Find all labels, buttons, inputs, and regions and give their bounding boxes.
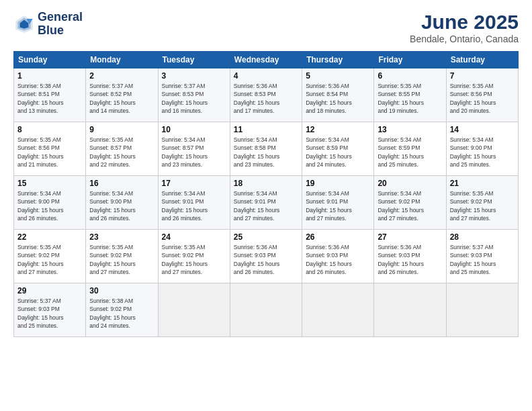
day-info: Sunrise: 5:36 AM Sunset: 9:03 PM Dayligh… bbox=[306, 243, 370, 276]
day-info: Sunrise: 5:34 AM Sunset: 8:57 PM Dayligh… bbox=[162, 136, 226, 169]
day-info: Sunrise: 5:36 AM Sunset: 9:03 PM Dayligh… bbox=[234, 243, 298, 276]
calendar-cell: 28Sunrise: 5:37 AM Sunset: 9:03 PM Dayli… bbox=[446, 230, 518, 283]
day-number: 15 bbox=[17, 179, 82, 188]
calendar-cell: 5Sunrise: 5:36 AM Sunset: 8:54 PM Daylig… bbox=[302, 68, 374, 122]
day-number: 5 bbox=[306, 71, 370, 81]
calendar-cell: 9Sunrise: 5:35 AM Sunset: 8:57 PM Daylig… bbox=[86, 122, 158, 176]
weekday-header-thursday: Thursday bbox=[302, 52, 374, 68]
day-info: Sunrise: 5:34 AM Sunset: 9:01 PM Dayligh… bbox=[234, 189, 298, 222]
calendar-body: 1Sunrise: 5:38 AM Sunset: 8:51 PM Daylig… bbox=[14, 68, 519, 337]
logo-line1: General bbox=[38, 11, 83, 24]
day-info: Sunrise: 5:38 AM Sunset: 8:51 PM Dayligh… bbox=[17, 82, 82, 115]
day-number: 26 bbox=[306, 232, 370, 242]
header: General Blue June 2025 Bendale, Ontario,… bbox=[13, 11, 519, 44]
calendar-cell: 27Sunrise: 5:36 AM Sunset: 9:03 PM Dayli… bbox=[374, 230, 446, 283]
day-number: 22 bbox=[17, 232, 82, 242]
day-number: 12 bbox=[306, 125, 370, 134]
calendar-header: SundayMondayTuesdayWednesdayThursdayFrid… bbox=[14, 52, 519, 68]
day-number: 14 bbox=[450, 125, 515, 134]
day-number: 10 bbox=[162, 125, 226, 134]
calendar-cell: 3Sunrise: 5:37 AM Sunset: 8:53 PM Daylig… bbox=[158, 68, 230, 122]
day-number: 3 bbox=[162, 71, 226, 81]
calendar-cell: 15Sunrise: 5:34 AM Sunset: 9:00 PM Dayli… bbox=[14, 176, 86, 230]
day-number: 2 bbox=[89, 71, 154, 81]
day-number: 27 bbox=[378, 232, 442, 242]
day-info: Sunrise: 5:34 AM Sunset: 8:59 PM Dayligh… bbox=[378, 136, 442, 169]
logo-icon bbox=[13, 13, 35, 35]
day-number: 17 bbox=[162, 179, 226, 188]
calendar-cell: 12Sunrise: 5:34 AM Sunset: 8:59 PM Dayli… bbox=[302, 122, 374, 176]
calendar-cell: 10Sunrise: 5:34 AM Sunset: 8:57 PM Dayli… bbox=[158, 122, 230, 176]
calendar-cell: 13Sunrise: 5:34 AM Sunset: 8:59 PM Dayli… bbox=[374, 122, 446, 176]
day-number: 11 bbox=[234, 125, 298, 134]
calendar-cell: 23Sunrise: 5:35 AM Sunset: 9:02 PM Dayli… bbox=[86, 230, 158, 283]
calendar-cell: 16Sunrise: 5:34 AM Sunset: 9:00 PM Dayli… bbox=[86, 176, 158, 230]
day-number: 16 bbox=[89, 179, 154, 188]
day-info: Sunrise: 5:35 AM Sunset: 8:56 PM Dayligh… bbox=[450, 82, 515, 115]
weekday-header-sunday: Sunday bbox=[14, 52, 86, 68]
weekday-header-row: SundayMondayTuesdayWednesdayThursdayFrid… bbox=[14, 52, 519, 68]
day-number: 8 bbox=[17, 125, 82, 134]
day-info: Sunrise: 5:35 AM Sunset: 8:56 PM Dayligh… bbox=[17, 136, 82, 169]
logo: General Blue bbox=[13, 11, 83, 38]
day-number: 4 bbox=[234, 71, 298, 81]
calendar-week-1: 1Sunrise: 5:38 AM Sunset: 8:51 PM Daylig… bbox=[14, 68, 519, 122]
calendar-cell: 4Sunrise: 5:36 AM Sunset: 8:53 PM Daylig… bbox=[230, 68, 302, 122]
page: General Blue June 2025 Bendale, Ontario,… bbox=[0, 0, 532, 411]
day-info: Sunrise: 5:34 AM Sunset: 9:00 PM Dayligh… bbox=[17, 189, 82, 222]
day-info: Sunrise: 5:36 AM Sunset: 8:54 PM Dayligh… bbox=[306, 82, 370, 115]
weekday-header-saturday: Saturday bbox=[446, 52, 518, 68]
day-number: 6 bbox=[378, 71, 442, 81]
day-info: Sunrise: 5:35 AM Sunset: 9:02 PM Dayligh… bbox=[450, 189, 515, 222]
day-number: 13 bbox=[378, 125, 442, 134]
day-number: 1 bbox=[17, 71, 82, 81]
day-info: Sunrise: 5:37 AM Sunset: 9:03 PM Dayligh… bbox=[17, 297, 82, 330]
day-info: Sunrise: 5:34 AM Sunset: 9:00 PM Dayligh… bbox=[89, 189, 154, 222]
calendar-table: SundayMondayTuesdayWednesdayThursdayFrid… bbox=[13, 51, 519, 337]
calendar-cell: 22Sunrise: 5:35 AM Sunset: 9:02 PM Dayli… bbox=[14, 230, 86, 283]
location-subtitle: Bendale, Ontario, Canada bbox=[410, 34, 519, 44]
calendar-week-3: 15Sunrise: 5:34 AM Sunset: 9:00 PM Dayli… bbox=[14, 176, 519, 230]
day-info: Sunrise: 5:34 AM Sunset: 8:59 PM Dayligh… bbox=[306, 136, 370, 169]
weekday-header-tuesday: Tuesday bbox=[158, 52, 230, 68]
calendar-cell: 1Sunrise: 5:38 AM Sunset: 8:51 PM Daylig… bbox=[14, 68, 86, 122]
calendar-cell bbox=[374, 283, 446, 337]
calendar-cell: 14Sunrise: 5:34 AM Sunset: 9:00 PM Dayli… bbox=[446, 122, 518, 176]
day-number: 9 bbox=[89, 125, 154, 134]
day-number: 19 bbox=[306, 179, 370, 188]
calendar-cell bbox=[158, 283, 230, 337]
calendar-week-4: 22Sunrise: 5:35 AM Sunset: 9:02 PM Dayli… bbox=[14, 230, 519, 283]
day-info: Sunrise: 5:37 AM Sunset: 9:03 PM Dayligh… bbox=[450, 243, 515, 276]
calendar-week-2: 8Sunrise: 5:35 AM Sunset: 8:56 PM Daylig… bbox=[14, 122, 519, 176]
calendar-cell: 8Sunrise: 5:35 AM Sunset: 8:56 PM Daylig… bbox=[14, 122, 86, 176]
calendar-cell: 2Sunrise: 5:37 AM Sunset: 8:52 PM Daylig… bbox=[86, 68, 158, 122]
day-number: 30 bbox=[89, 286, 154, 295]
day-info: Sunrise: 5:35 AM Sunset: 9:02 PM Dayligh… bbox=[162, 243, 226, 276]
day-info: Sunrise: 5:35 AM Sunset: 8:57 PM Dayligh… bbox=[89, 136, 154, 169]
day-info: Sunrise: 5:34 AM Sunset: 8:58 PM Dayligh… bbox=[234, 136, 298, 169]
calendar-cell: 19Sunrise: 5:34 AM Sunset: 9:01 PM Dayli… bbox=[302, 176, 374, 230]
day-info: Sunrise: 5:38 AM Sunset: 9:02 PM Dayligh… bbox=[89, 297, 154, 330]
month-title: June 2025 bbox=[410, 11, 519, 34]
logo-line2: Blue bbox=[38, 24, 83, 38]
day-info: Sunrise: 5:37 AM Sunset: 8:53 PM Dayligh… bbox=[162, 82, 226, 115]
calendar-cell bbox=[446, 283, 518, 337]
weekday-header-friday: Friday bbox=[374, 52, 446, 68]
day-info: Sunrise: 5:34 AM Sunset: 9:00 PM Dayligh… bbox=[450, 136, 515, 169]
day-number: 18 bbox=[234, 179, 298, 188]
calendar-cell: 7Sunrise: 5:35 AM Sunset: 8:56 PM Daylig… bbox=[446, 68, 518, 122]
day-number: 25 bbox=[234, 232, 298, 242]
day-number: 24 bbox=[162, 232, 226, 242]
weekday-header-monday: Monday bbox=[86, 52, 158, 68]
day-info: Sunrise: 5:34 AM Sunset: 9:01 PM Dayligh… bbox=[162, 189, 226, 222]
day-info: Sunrise: 5:35 AM Sunset: 9:02 PM Dayligh… bbox=[89, 243, 154, 276]
calendar-cell: 29Sunrise: 5:37 AM Sunset: 9:03 PM Dayli… bbox=[14, 283, 86, 337]
day-info: Sunrise: 5:34 AM Sunset: 9:02 PM Dayligh… bbox=[378, 189, 442, 222]
calendar-week-5: 29Sunrise: 5:37 AM Sunset: 9:03 PM Dayli… bbox=[14, 283, 519, 337]
calendar-cell: 25Sunrise: 5:36 AM Sunset: 9:03 PM Dayli… bbox=[230, 230, 302, 283]
calendar-cell: 26Sunrise: 5:36 AM Sunset: 9:03 PM Dayli… bbox=[302, 230, 374, 283]
day-info: Sunrise: 5:35 AM Sunset: 8:55 PM Dayligh… bbox=[378, 82, 442, 115]
day-number: 29 bbox=[17, 286, 82, 295]
calendar-cell: 20Sunrise: 5:34 AM Sunset: 9:02 PM Dayli… bbox=[374, 176, 446, 230]
day-number: 28 bbox=[450, 232, 515, 242]
